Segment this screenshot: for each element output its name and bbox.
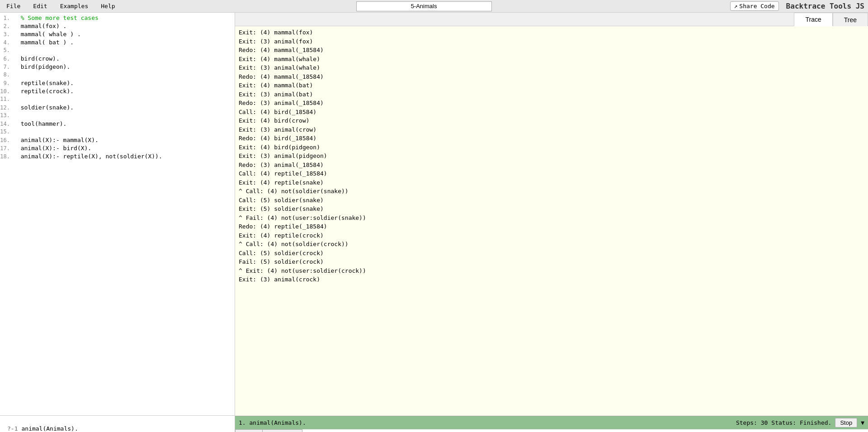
trace-line: Exit: (3) animal(pidgeon): [239, 152, 864, 161]
query-text: animal(Animals).: [21, 425, 78, 432]
trace-content[interactable]: Exit: (4) mammal(fox)Exit: (3) animal(fo…: [235, 26, 868, 416]
code-line: 11.: [0, 96, 235, 104]
menu-help[interactable]: Help: [98, 2, 118, 10]
trace-tabs: Trace Tree: [235, 13, 868, 26]
bottom-half: ?-1 animal(Animals). 1. animal(Animals).…: [0, 416, 868, 432]
line-content: % Some more test cases: [14, 14, 99, 21]
steps-info: Steps: 30: [736, 419, 768, 426]
line-content: animal(X):- mammal(X).: [14, 137, 99, 143]
share-icon: ↗: [734, 3, 738, 9]
menu-edit[interactable]: Edit: [30, 2, 50, 10]
line-number: 1.: [0, 15, 14, 21]
trace-line: Redo: (4) mammal(_18584): [239, 72, 864, 81]
line-content: mammal( whale ) .: [14, 31, 81, 38]
query-input-panel: ?-1 animal(Animals).: [0, 416, 235, 432]
line-content: animal(X):- reptile(X), not(soldier(X)).: [14, 153, 162, 160]
stop-button[interactable]: Stop: [835, 418, 857, 427]
line-number: 11.: [0, 96, 14, 102]
line-number: 9.: [0, 80, 14, 86]
trace-line: Exit: (4) bird(crow): [239, 116, 864, 125]
trace-line: Exit: (4) mammal(whale): [239, 55, 864, 64]
line-number: 6.: [0, 56, 14, 62]
line-number: 10.: [0, 88, 14, 95]
trace-line: Fail: (5) soldier(crock): [239, 257, 864, 266]
tab-tree[interactable]: Tree: [833, 13, 868, 26]
trace-line: ^ Call: (4) not(soldier(crock)): [239, 240, 864, 249]
tab-trace[interactable]: Trace: [794, 13, 832, 26]
trace-line: Exit: (5) soldier(snake): [239, 204, 864, 214]
menu-bar: File Edit Examples Help ↗ Share Code Bac…: [0, 0, 868, 13]
title-input-container: [125, 1, 723, 11]
line-content: bird(pidgeon).: [14, 63, 70, 70]
code-line: 7. bird(pidgeon).: [0, 63, 235, 71]
share-button[interactable]: ↗ Share Code: [730, 1, 779, 11]
right-panel: Trace Tree Exit: (4) mammal(fox)Exit: (3…: [235, 13, 868, 416]
code-line: 5.: [0, 47, 235, 55]
line-content: animal(X):- bird(X).: [14, 145, 91, 152]
trace-line: ^ Fail: (4) not(user:soldier(snake)): [239, 214, 864, 223]
code-line: 4. mammal( bat ) .: [0, 39, 235, 47]
code-line: 2. mammal(fox) .: [0, 23, 235, 31]
line-number: 7.: [0, 64, 14, 70]
trace-line: Redo: (4) mammal(_18584): [239, 46, 864, 55]
trace-line: Redo: (3) animal(_18584): [239, 99, 864, 108]
trace-line: Call: (4) bird(_18584): [239, 108, 864, 117]
menu-file[interactable]: File: [4, 2, 23, 10]
trace-line: Exit: (4) mammal(bat): [239, 81, 864, 90]
code-line: 15.: [0, 128, 235, 137]
code-line: 12. soldier(snake).: [0, 104, 235, 112]
table-header-row: # Animals: [236, 430, 302, 432]
code-line: 6. bird(crow).: [0, 55, 235, 63]
line-content: reptile(crock).: [14, 88, 74, 95]
status-info: Status: Finished.: [771, 419, 831, 426]
trace-line: Exit: (3) animal(crow): [239, 125, 864, 134]
expand-icon[interactable]: ▼: [861, 419, 864, 426]
line-number: 17.: [0, 145, 14, 152]
line-content: mammal(fox) .: [14, 23, 66, 29]
trace-line: Redo: (3) animal(_18584): [239, 161, 864, 170]
query-prompt: ?-1: [7, 425, 18, 432]
code-line: 8.: [0, 71, 235, 80]
code-line: 14. tool(hammer).: [0, 120, 235, 128]
line-number: 18.: [0, 153, 14, 160]
title-input[interactable]: [356, 1, 492, 11]
line-number: 4.: [0, 39, 14, 46]
trace-line: Exit: (4) reptile(crock): [239, 231, 864, 240]
col-header-num: #: [236, 430, 263, 432]
trace-line: ^ Exit: (4) not(user:soldier(crock)): [239, 266, 864, 275]
line-content: bird(crow).: [14, 55, 60, 62]
results-header: 1. animal(Animals). Steps: 30 Status: Fi…: [235, 416, 868, 429]
app-title: Backtrace Tools JS: [786, 2, 864, 10]
trace-line: Exit: (4) mammal(fox): [239, 28, 864, 37]
query-area: ?-1 animal(Animals).: [4, 419, 231, 432]
results-table: # Animals 1fox2whale3bat4crow5pidgeon6cr…: [235, 429, 302, 432]
trace-line: Call: (5) soldier(snake): [239, 196, 864, 205]
line-number: 14.: [0, 121, 14, 127]
results-table-container[interactable]: # Animals 1fox2whale3bat4crow5pidgeon6cr…: [235, 429, 868, 432]
trace-line: Exit: (3) animal(bat): [239, 90, 864, 99]
trace-line: ^ Call: (4) not(soldier(snake)): [239, 187, 864, 196]
line-number: 15.: [0, 128, 14, 135]
results-query: 1. animal(Animals).: [239, 419, 732, 426]
menu-examples[interactable]: Examples: [57, 2, 91, 10]
code-line: 9. reptile(snake).: [0, 80, 235, 88]
code-line: 16. animal(X):- mammal(X).: [0, 137, 235, 145]
col-header-animals: Animals: [263, 430, 302, 432]
code-line: 10. reptile(crock).: [0, 88, 235, 96]
trace-line: Redo: (4) reptile(_18584): [239, 222, 864, 231]
results-main: 1. animal(Animals). Steps: 30 Status: Fi…: [235, 416, 868, 432]
line-number: 2.: [0, 23, 14, 29]
line-content: mammal( bat ) .: [14, 39, 74, 46]
line-number: 5.: [0, 47, 14, 53]
main-area: 1. % Some more test cases2. mammal(fox) …: [0, 13, 868, 416]
trace-line: Exit: (4) reptile(snake): [239, 178, 864, 187]
line-number: 3.: [0, 31, 14, 38]
line-content: tool(hammer).: [14, 120, 66, 127]
code-line: 17. animal(X):- bird(X).: [0, 145, 235, 153]
share-label: Share Code: [739, 3, 774, 9]
trace-line: Exit: (3) animal(fox): [239, 37, 864, 46]
trace-line: Exit: (3) animal(crock): [239, 275, 864, 284]
editor-panel: 1. % Some more test cases2. mammal(fox) …: [0, 13, 235, 416]
line-number: 12.: [0, 104, 14, 111]
code-editor[interactable]: 1. % Some more test cases2. mammal(fox) …: [0, 13, 235, 416]
